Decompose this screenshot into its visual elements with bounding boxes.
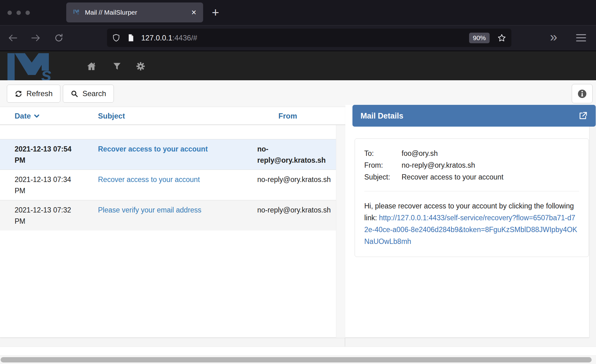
mail-from: no-reply@ory.kratos.sh [257,143,334,166]
zoom-level-badge[interactable]: 90% [469,33,490,43]
mail-subject-link[interactable]: Please verify your email address [98,204,266,216]
to-label: To: [364,147,402,159]
column-header-date[interactable]: Date [15,107,40,124]
mail-from: no-reply@ory.kratos.sh [257,204,334,216]
recovery-link[interactable]: http://127.0.0.1:4433/self-service/recov… [364,214,577,245]
mail-subject-link[interactable]: Recover access to your account [98,143,266,155]
mail-details-panel: Mail Details To: foo@ory.sh From: no-rep… [345,105,589,338]
mail-details-card: To: foo@ory.sh From: no-reply@ory.kratos… [355,138,589,257]
mail-details-title: Mail Details [361,111,403,120]
app-toolbar: Refresh Search [0,80,596,107]
hamburger-menu-icon[interactable] [576,34,586,42]
column-header-date-label: Date [15,112,31,120]
card-divider [364,191,579,191]
mail-details-header: Mail Details [352,105,596,127]
info-button[interactable] [572,84,593,103]
open-external-icon[interactable] [578,111,588,120]
search-icon [71,90,78,98]
mail-list-scrollbar-track[interactable] [336,125,345,338]
tab-close-icon[interactable]: × [191,8,196,17]
svg-text:s: s [77,12,79,15]
page-info-icon [127,34,135,42]
tab-title: Mail // MailSlurper [85,9,137,16]
mail-date: 2021-12-13 07:32 PM [15,204,78,227]
url-text[interactable]: 127.0.0.1:4436/# [141,34,197,42]
url-bar[interactable]: 127.0.0.1:4436/# 90% [107,29,511,47]
meta-row-from: From: no-reply@ory.kratos.sh [364,159,579,171]
search-button-label: Search [82,89,106,98]
browser-tab[interactable]: s Mail // MailSlurper × [66,2,203,22]
window-close-button[interactable] [7,11,12,15]
mail-subject-link[interactable]: Recover access to your account [98,174,266,185]
mail-list-panel: Date Subject From 2021-12-13 07:54 PM Re… [0,107,345,338]
refresh-icon [15,90,22,98]
panel-divider-line [345,338,345,347]
meta-row-subject: Subject: Recover access to your account [364,171,579,183]
from-label: From: [364,159,402,171]
forward-icon[interactable] [30,33,41,43]
mail-row[interactable]: 2021-12-13 07:34 PM Recover access to yo… [0,170,336,200]
settings-gear-icon[interactable] [136,61,146,71]
column-header-subject[interactable]: Subject [98,107,125,124]
window-zoom-button[interactable] [26,11,30,15]
svg-text:s: s [41,63,52,82]
mail-rows: 2021-12-13 07:54 PM Recover access to yo… [0,139,336,231]
home-icon[interactable] [86,61,96,71]
mail-from: no-reply@ory.kratos.sh [257,174,334,185]
window-minimize-button[interactable] [16,11,21,15]
back-icon[interactable] [7,33,18,43]
mail-body: Hi, please recover access to your accoun… [364,200,579,247]
bottom-strip [0,347,596,356]
new-tab-button[interactable]: + [212,6,219,19]
subject-value: Recover access to your account [402,171,503,183]
search-button[interactable]: Search [63,85,114,103]
mail-row-selected[interactable]: 2021-12-13 07:54 PM Recover access to yo… [0,139,336,170]
refresh-button[interactable]: Refresh [7,85,60,103]
bookmark-star-icon[interactable] [497,33,506,43]
tab-favicon-mailslurper-icon: s [73,8,81,17]
mailslurper-window: s Mail // MailSlurper × + 127.0.0.1:4436… [0,0,596,364]
browser-navbar: 127.0.0.1:4436/# 90% » [0,25,596,50]
window-controls[interactable] [7,11,30,15]
table-header-divider [0,124,345,125]
to-value: foo@ory.sh [402,147,438,159]
horizontal-scrollbar-track[interactable] [0,356,596,364]
subject-label: Subject: [364,171,402,183]
from-value: no-reply@ory.kratos.sh [402,159,475,171]
mailslurper-logo[interactable]: s [7,52,71,82]
tracking-shield-icon[interactable] [112,34,120,42]
mail-date: 2021-12-13 07:54 PM [15,143,78,166]
overflow-chevrons-icon[interactable]: » [550,30,557,44]
reload-icon[interactable] [54,33,64,43]
info-icon [577,89,587,99]
filter-icon[interactable] [112,61,122,71]
browser-tab-bar: s Mail // MailSlurper × + [0,0,596,25]
sort-descending-icon [34,108,40,114]
horizontal-scrollbar-thumb[interactable] [1,357,592,362]
url-host: 127.0.0.1 [141,34,172,42]
meta-row-to: To: foo@ory.sh [364,147,579,159]
column-header-from[interactable]: From [278,107,297,124]
app-navbar: s [0,50,596,80]
mail-row[interactable]: 2021-12-13 07:32 PM Please verify your e… [0,200,336,231]
refresh-button-label: Refresh [26,89,53,98]
url-path: :4436/# [172,34,197,42]
mail-date: 2021-12-13 07:34 PM [15,174,78,196]
